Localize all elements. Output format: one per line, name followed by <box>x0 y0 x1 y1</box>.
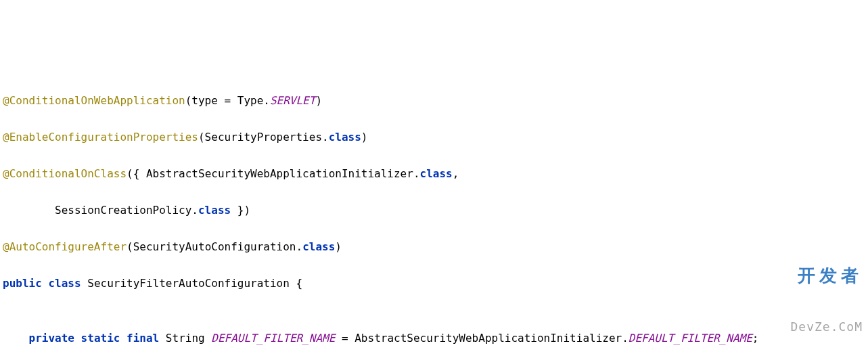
code-line: public class SecurityFilterAutoConfigura… <box>0 274 868 292</box>
annotation: @AutoConfigureAfter <box>3 240 127 253</box>
code-line: @ConditionalOnClass({ AbstractSecurityWe… <box>0 164 868 183</box>
code-line: @EnableConfigurationProperties(SecurityP… <box>0 128 868 146</box>
annotation: @EnableConfigurationProperties <box>3 131 198 143</box>
code-line: SessionCreationPolicy.class }) <box>0 201 868 219</box>
code-line: private static final String DEFAULT_FILT… <box>0 329 868 347</box>
annotation: @ConditionalOnClass <box>3 167 127 180</box>
annotation: @ConditionalOnWebApplication <box>3 94 185 107</box>
code-editor[interactable]: @ConditionalOnWebApplication(type = Type… <box>0 73 868 354</box>
code-line: @ConditionalOnWebApplication(type = Type… <box>0 91 868 110</box>
code-line: @AutoConfigureAfter(SecurityAutoConfigur… <box>0 238 868 256</box>
